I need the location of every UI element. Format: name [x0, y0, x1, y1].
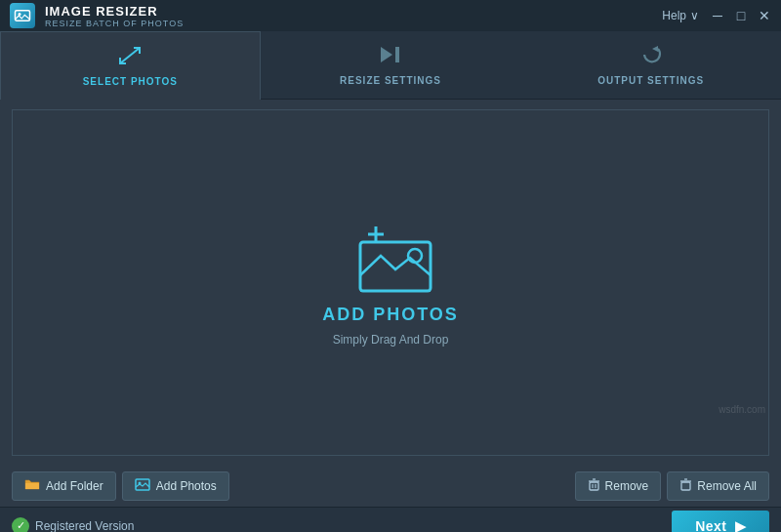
select-photos-icon [117, 45, 143, 71]
svg-marker-3 [381, 47, 392, 62]
tab-select-photos-label: SELECT PHOTOS [83, 76, 178, 87]
svg-rect-0 [16, 11, 30, 21]
titlebar: IMAGE RESIZER RESIZE BATCH OF PHOTOS Hel… [0, 0, 781, 31]
maximize-button[interactable]: □ [734, 9, 748, 22]
folder-icon [24, 478, 40, 494]
svg-rect-13 [590, 482, 598, 490]
titlebar-right: Help ∨ ─ □ ✕ [662, 9, 771, 22]
help-label: Help [662, 9, 686, 22]
status-bar: ✓ Registered Version Next ▶ [0, 507, 781, 532]
drag-drop-label: Simply Drag And Drop [333, 333, 449, 347]
registered-section: ✓ Registered Version [12, 517, 134, 533]
tab-output-settings[interactable]: OUTPUT SETTINGS [520, 31, 781, 99]
add-photos-area[interactable]: ADD PHOTOS Simply Drag And Drop [322, 219, 459, 347]
left-toolbar-buttons: Add Folder Add Photos [12, 471, 229, 501]
next-arrow-icon: ▶ [735, 518, 747, 533]
tab-output-settings-label: OUTPUT SETTINGS [597, 75, 704, 86]
add-folder-label: Add Folder [46, 479, 103, 493]
remove-all-icon [679, 478, 692, 494]
remove-all-label: Remove All [697, 479, 757, 493]
minimize-button[interactable]: ─ [711, 9, 724, 22]
remove-button[interactable]: Remove [575, 471, 662, 501]
svg-line-2 [120, 48, 140, 63]
svg-marker-5 [652, 46, 658, 52]
output-settings-icon [638, 44, 664, 70]
next-label: Next [695, 518, 726, 533]
window-controls: ─ □ ✕ [711, 9, 771, 22]
titlebar-left: IMAGE RESIZER RESIZE BATCH OF PHOTOS [10, 3, 184, 28]
add-photos-icon [347, 219, 434, 297]
app-title: IMAGE RESIZER RESIZE BATCH OF PHOTOS [45, 4, 184, 28]
main-content-area[interactable]: ADD PHOTOS Simply Drag And Drop [12, 109, 769, 456]
tab-select-photos[interactable]: SELECT PHOTOS [0, 31, 261, 100]
app-name-text: IMAGE RESIZER [45, 4, 184, 19]
help-button[interactable]: Help ∨ [662, 9, 699, 22]
app-icon [10, 3, 35, 28]
next-button[interactable]: Next ▶ [672, 511, 769, 533]
tab-resize-settings[interactable]: RESIZE SETTINGS [261, 31, 521, 99]
add-photo-icon [135, 478, 150, 494]
svg-rect-4 [395, 47, 399, 62]
add-photos-button[interactable]: Add Photos [122, 471, 229, 501]
svg-rect-18 [681, 482, 690, 490]
remove-all-button[interactable]: Remove All [667, 471, 769, 501]
resize-settings-icon [378, 44, 403, 70]
chevron-icon: ∨ [690, 9, 699, 22]
bottom-toolbar: Add Folder Add Photos [0, 466, 781, 507]
app-subtitle-text: RESIZE BATCH OF PHOTOS [45, 19, 184, 28]
add-folder-button[interactable]: Add Folder [12, 471, 116, 501]
add-photos-btn-label: Add Photos [156, 479, 217, 493]
check-icon: ✓ [12, 517, 29, 533]
remove-icon [588, 478, 600, 494]
right-toolbar-buttons: Remove Remove All [575, 471, 769, 501]
close-button[interactable]: ✕ [758, 9, 771, 22]
tab-bar: SELECT PHOTOS RESIZE SETTINGS OUTPUT SET… [0, 31, 781, 100]
tab-resize-settings-label: RESIZE SETTINGS [340, 75, 441, 86]
add-photos-label: ADD PHOTOS [322, 305, 459, 325]
remove-label: Remove [605, 479, 649, 493]
registered-label: Registered Version [35, 519, 134, 533]
